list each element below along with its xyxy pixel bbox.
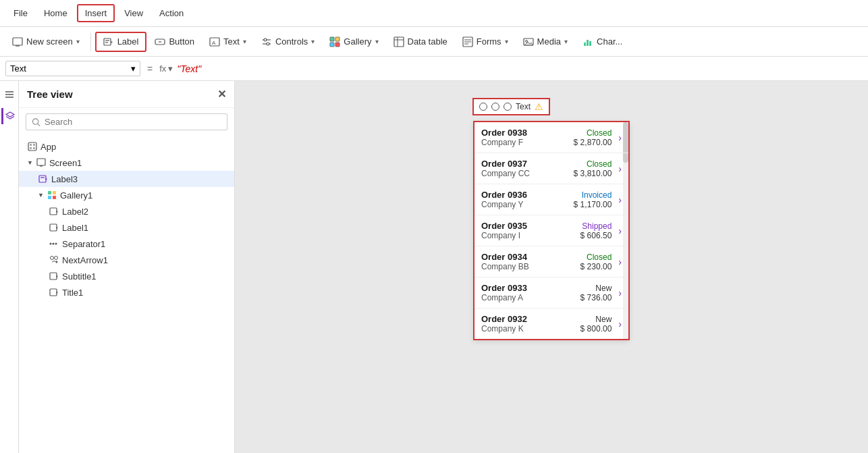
row-arrow-icon[interactable]: › bbox=[618, 194, 622, 205]
row-order: Order 0932 bbox=[481, 314, 580, 324]
menu-insert[interactable]: Insert bbox=[77, 4, 115, 22]
table-row[interactable]: Order 0935 Company I Shipped $ 606.50 › bbox=[474, 215, 628, 246]
label3-text: Text bbox=[516, 102, 531, 111]
row-right: Closed $ 3,810.00 bbox=[574, 159, 612, 178]
formula-fx-area: fx ▾ bbox=[159, 63, 173, 74]
media-icon bbox=[523, 36, 534, 47]
svg-rect-27 bbox=[584, 43, 586, 46]
formula-eq: = bbox=[144, 63, 155, 74]
tree-header: Tree view ✕ bbox=[19, 81, 234, 108]
nextarrow1-icon bbox=[49, 255, 59, 265]
row-order: Order 0935 bbox=[481, 221, 580, 231]
row-amount: $ 3,810.00 bbox=[574, 169, 612, 178]
tree-title: Tree view bbox=[27, 88, 73, 100]
row-company: Company Y bbox=[481, 200, 574, 209]
data-table-button[interactable]: Data table bbox=[387, 33, 454, 51]
svg-rect-48 bbox=[53, 196, 56, 199]
tree-item-screen1[interactable]: ▼ Screen1 bbox=[19, 155, 234, 171]
handle-left[interactable] bbox=[479, 103, 487, 111]
tree-item-label1[interactable]: Label1 bbox=[19, 219, 234, 236]
table-row[interactable]: Order 0933 Company A New $ 736.00 › bbox=[474, 277, 628, 309]
tree-close-button[interactable]: ✕ bbox=[217, 88, 226, 101]
row-content: Order 0938 Company F bbox=[481, 128, 574, 147]
row-right: Closed $ 230.00 bbox=[580, 252, 612, 271]
tree-item-subtitle1-label: Subtitle1 bbox=[62, 271, 97, 282]
tree-item-label2[interactable]: Label2 bbox=[19, 203, 234, 219]
svg-rect-3 bbox=[104, 38, 111, 45]
table-row[interactable]: Order 0937 Company CC Closed $ 3,810.00 … bbox=[474, 153, 628, 184]
row-order: Order 0933 bbox=[481, 283, 580, 293]
formula-select[interactable]: Text ▾ bbox=[5, 61, 140, 76]
tree-search-container bbox=[26, 113, 227, 130]
label-button[interactable]: Label bbox=[95, 32, 147, 52]
controls-button[interactable]: Controls ▾ bbox=[254, 33, 321, 51]
row-amount: $ 800.00 bbox=[580, 324, 612, 334]
button-button[interactable]: Button bbox=[148, 33, 201, 51]
menu-home[interactable]: Home bbox=[37, 5, 74, 21]
table-row[interactable]: Order 0934 Company BB Closed $ 230.00 › bbox=[474, 246, 628, 277]
row-arrow-icon[interactable]: › bbox=[618, 257, 622, 267]
tree-item-app-label: App bbox=[40, 142, 56, 152]
svg-rect-18 bbox=[394, 37, 404, 47]
new-screen-button[interactable]: New screen ▾ bbox=[5, 33, 86, 51]
svg-rect-49 bbox=[50, 208, 57, 215]
row-order: Order 0938 bbox=[481, 128, 574, 138]
row-right: Closed $ 2,870.00 bbox=[574, 128, 612, 147]
search-input[interactable] bbox=[45, 117, 221, 127]
row-content: Order 0936 Company Y bbox=[481, 190, 574, 209]
row-status: Closed bbox=[587, 252, 612, 262]
row-content: Order 0937 Company CC bbox=[481, 159, 574, 178]
table-row[interactable]: Order 0938 Company F Closed $ 2,870.00 › bbox=[474, 122, 628, 153]
row-content: Order 0933 Company A bbox=[481, 283, 580, 302]
tree-item-nextarrow1[interactable]: NextArrow1 bbox=[19, 252, 234, 268]
gallery-button[interactable]: Gallery ▾ bbox=[323, 33, 385, 51]
menu-view[interactable]: View bbox=[117, 5, 150, 21]
row-arrow-icon[interactable]: › bbox=[618, 225, 622, 236]
row-status: New bbox=[595, 315, 612, 324]
controls-icon bbox=[261, 36, 272, 47]
row-arrow-icon[interactable]: › bbox=[618, 319, 622, 329]
menu-action[interactable]: Action bbox=[153, 5, 190, 21]
tree-item-gallery1[interactable]: ▼ Gallery1 bbox=[19, 187, 234, 203]
row-company: Company CC bbox=[481, 169, 574, 178]
text-button[interactable]: A Text ▾ bbox=[202, 33, 253, 51]
gallery-container: Order 0938 Company F Closed $ 2,870.00 ›… bbox=[474, 122, 629, 340]
tree-item-nextarrow1-label: NextArrow1 bbox=[62, 255, 108, 265]
svg-rect-28 bbox=[587, 40, 589, 46]
tree-item-label2-label: Label2 bbox=[62, 207, 88, 217]
tree-item-separator1-label: Separator1 bbox=[62, 239, 105, 249]
toolbar-sep-1 bbox=[90, 32, 91, 51]
row-right: New $ 736.00 bbox=[580, 284, 612, 302]
table-row[interactable]: Order 0932 Company K New $ 800.00 › bbox=[474, 309, 628, 339]
tree-item-label1-label: Label1 bbox=[62, 223, 88, 233]
handle-center[interactable] bbox=[491, 103, 499, 111]
tree-item-app[interactable]: App bbox=[19, 138, 234, 155]
tree-item-label3[interactable]: Label3 bbox=[19, 171, 234, 187]
media-button[interactable]: Media ▾ bbox=[516, 33, 574, 51]
svg-rect-50 bbox=[50, 224, 57, 231]
row-arrow-icon[interactable]: › bbox=[618, 132, 622, 143]
svg-line-34 bbox=[38, 124, 40, 126]
tree-item-title1[interactable]: Title1 bbox=[19, 284, 234, 300]
svg-point-13 bbox=[267, 43, 269, 45]
row-company: Company K bbox=[481, 324, 580, 334]
svg-point-54 bbox=[51, 257, 54, 260]
text-icon: A bbox=[209, 36, 220, 47]
row-right: Shipped $ 606.50 bbox=[580, 221, 612, 240]
row-arrow-icon[interactable]: › bbox=[618, 163, 622, 174]
tree-item-separator1[interactable]: Separator1 bbox=[19, 236, 234, 252]
menu-file[interactable]: File bbox=[7, 5, 34, 21]
handle-right[interactable] bbox=[504, 103, 512, 111]
row-arrow-icon[interactable]: › bbox=[618, 288, 622, 298]
label3-icon bbox=[38, 174, 49, 184]
hamburger-icon[interactable] bbox=[1, 86, 18, 103]
tree-item-subtitle1[interactable]: Subtitle1 bbox=[19, 268, 234, 284]
table-row[interactable]: Order 0936 Company Y Invoiced $ 1,170.00… bbox=[474, 184, 628, 215]
new-screen-dropdown-icon: ▾ bbox=[76, 38, 80, 45]
row-company: Company I bbox=[481, 231, 580, 240]
layers-icon[interactable] bbox=[1, 108, 18, 124]
forms-button[interactable]: Forms ▾ bbox=[456, 33, 515, 51]
row-company: Company F bbox=[481, 138, 574, 147]
label-edit-icon bbox=[103, 36, 114, 47]
charts-button[interactable]: Char... bbox=[576, 33, 629, 51]
